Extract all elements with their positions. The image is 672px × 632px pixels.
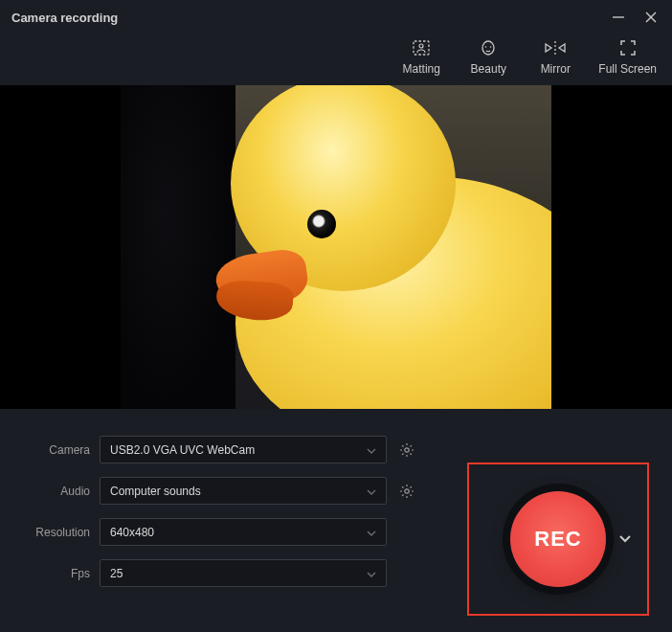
camera-value: USB2.0 VGA UVC WebCam [110,443,255,457]
svg-point-4 [419,44,423,48]
record-panel: REC [467,463,649,616]
audio-row: Audio Computer sounds [23,477,450,505]
beauty-label: Beauty [471,62,506,76]
resolution-select[interactable]: 640x480 [100,518,387,546]
svg-point-7 [490,46,492,48]
camera-frame [121,85,551,409]
resolution-value: 640x480 [110,526,154,539]
mirror-button[interactable]: Mirror [531,38,579,76]
resolution-row: Resolution 640x480 [23,518,450,546]
gear-icon [399,484,414,499]
chevron-down-icon [367,443,376,457]
close-icon [644,11,658,24]
fps-value: 25 [110,567,123,580]
svg-point-5 [482,41,494,55]
settings-column: Camera USB2.0 VGA UVC WebCam Audio Compu… [23,436,450,616]
controls-area: Camera USB2.0 VGA UVC WebCam Audio Compu… [0,409,672,632]
fullscreen-button[interactable]: Full Screen [598,38,657,76]
chevron-down-icon [367,526,376,539]
fps-label: Fps [23,567,90,580]
mirror-icon [544,38,567,57]
matting-icon [412,38,431,57]
beauty-icon [479,38,498,57]
resolution-label: Resolution [23,526,90,539]
camera-settings-button[interactable] [396,440,417,461]
fps-row: Fps 25 [23,559,450,587]
audio-select[interactable]: Computer sounds [100,477,387,505]
svg-point-10 [405,488,409,492]
beauty-button[interactable]: Beauty [464,38,512,76]
record-label: REC [534,527,581,552]
audio-settings-button[interactable] [396,481,417,502]
chevron-down-icon [367,567,376,580]
matting-button[interactable]: Matting [397,38,445,76]
record-options-button[interactable] [616,530,634,548]
fps-select[interactable]: 25 [100,559,387,587]
camera-row: Camera USB2.0 VGA UVC WebCam [23,436,450,463]
window-controls [609,8,661,27]
close-button[interactable] [641,8,661,27]
camera-select[interactable]: USB2.0 VGA UVC WebCam [100,436,387,463]
svg-point-6 [485,46,487,48]
chevron-down-icon [367,485,376,498]
audio-label: Audio [23,485,90,498]
fullscreen-icon [619,38,637,57]
titlebar: Camera recording [0,0,672,34]
minimize-button[interactable] [609,8,628,27]
matting-label: Matting [403,62,440,76]
svg-point-9 [405,447,409,451]
top-toolbar: Matting Beauty Mirror Full Screen [0,34,672,85]
camera-label: Camera [23,443,90,457]
gear-icon [399,442,414,458]
mirror-label: Mirror [541,62,571,76]
window-title: Camera recording [11,11,118,25]
fullscreen-label: Full Screen [598,62,657,76]
chevron-down-icon [618,534,632,544]
camera-preview [0,85,672,409]
minimize-icon [612,11,625,24]
record-button[interactable]: REC [510,491,606,587]
audio-value: Computer sounds [110,485,201,498]
